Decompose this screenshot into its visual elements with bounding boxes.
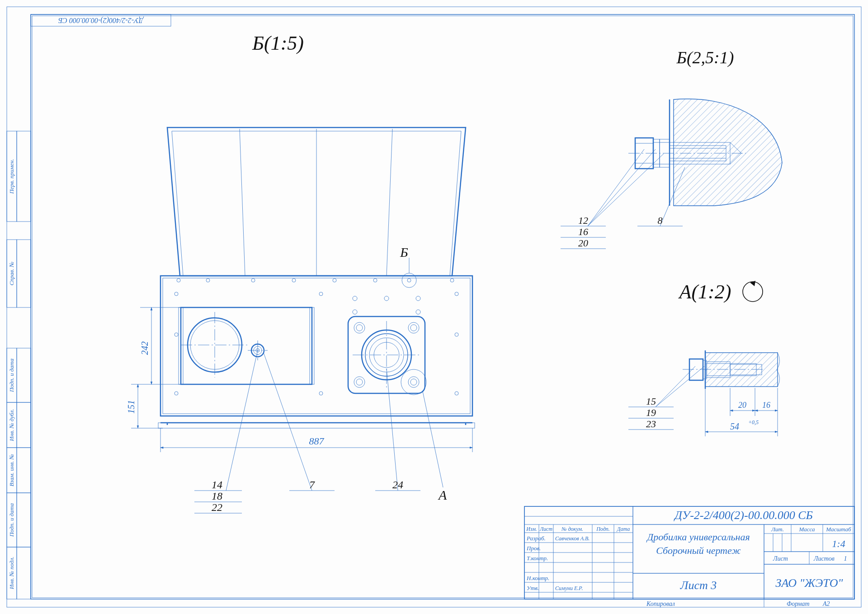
callout-letter-b: Б [400, 245, 408, 260]
svg-point-36 [292, 279, 296, 282]
svg-line-130 [656, 366, 695, 407]
svg-rect-49 [181, 307, 312, 384]
svg-text:Симуни Е.Р.: Симуни Е.Р. [555, 585, 583, 591]
svg-point-73 [356, 379, 363, 385]
svg-line-30 [240, 129, 245, 276]
svg-point-80 [416, 310, 420, 314]
svg-point-39 [407, 279, 411, 282]
drawing-code-rotated: ДУ-2-2/400(2)-00.00.000 СБ [58, 16, 144, 24]
svg-text:Лит.: Лит. [771, 526, 784, 533]
tb-sheet: Лист 3 [680, 579, 717, 592]
svg-point-35 [251, 279, 255, 282]
dim-54: 54 [730, 421, 739, 431]
main-view-title: Б(1:5) [252, 32, 304, 54]
tb-code: ДУ-2-2/400(2)-00.00.000 СБ [673, 509, 813, 522]
tb-company: ЗАО "ЖЭТО" [776, 576, 843, 590]
svg-rect-24 [160, 276, 472, 416]
detail-b-title: Б(2,5:1) [676, 48, 734, 67]
svg-text:Пров.: Пров. [526, 545, 541, 552]
callout-15: 15 [646, 396, 656, 407]
callout-19: 19 [646, 407, 656, 418]
tb-format: А2 [822, 600, 830, 607]
svg-text:Справ. №: Справ. № [8, 262, 15, 286]
svg-point-38 [373, 279, 377, 282]
title-block: ДУ-2-2/400(2)-00.00.000 СБ Изм. Лист № д… [524, 506, 854, 607]
svg-point-79 [353, 310, 357, 314]
dim-151: 151 [126, 400, 136, 414]
svg-point-74 [408, 377, 419, 387]
svg-point-83 [401, 369, 426, 395]
svg-point-37 [333, 279, 336, 282]
svg-point-45 [455, 333, 458, 336]
callout-14: 14 [212, 479, 222, 491]
rotation-icon [743, 281, 763, 302]
detail-a-title: A(1:2) [678, 281, 731, 303]
svg-point-76 [353, 296, 357, 301]
callout-letter-a: А [438, 487, 447, 502]
tb-name2: Сборочный чертеж [656, 545, 741, 556]
svg-point-72 [354, 377, 365, 387]
svg-text:Подп. и дата: Подп. и дата [8, 358, 15, 392]
svg-point-71 [410, 325, 417, 331]
callout-12: 12 [578, 215, 588, 226]
detail-b-view: 12 16 20 8 [561, 99, 782, 249]
svg-point-68 [354, 322, 365, 333]
callout-24: 24 [392, 479, 403, 491]
svg-line-93 [226, 350, 258, 491]
svg-line-113 [588, 149, 656, 226]
svg-text:Подп.: Подп. [596, 526, 610, 532]
svg-text:Изм.: Изм. [526, 526, 537, 532]
callout-16: 16 [578, 226, 588, 237]
svg-point-69 [356, 325, 363, 331]
svg-rect-10 [17, 348, 31, 402]
svg-rect-4 [17, 131, 31, 222]
dim-20: 20 [738, 401, 746, 410]
tb-scale: 1:4 [832, 538, 845, 549]
svg-text:1: 1 [844, 555, 847, 562]
svg-text:Взам. инв. №: Взам. инв. № [8, 454, 15, 486]
svg-point-43 [175, 392, 178, 395]
svg-point-48 [319, 392, 323, 395]
callout-8: 8 [658, 215, 663, 226]
svg-text:Дата: Дата [617, 526, 630, 532]
svg-point-40 [450, 279, 454, 282]
svg-text:Масса: Масса [799, 526, 815, 533]
tb-name1: Дробилка универсальная [646, 531, 750, 543]
svg-line-97 [264, 353, 312, 491]
svg-rect-16 [17, 448, 31, 493]
svg-text:Т.контр.: Т.контр. [527, 555, 548, 562]
svg-line-32 [387, 129, 392, 276]
svg-point-33 [177, 279, 180, 282]
detail-a-title-group: A(1:2) [678, 281, 763, 303]
svg-line-84 [423, 392, 443, 487]
svg-point-75 [410, 379, 417, 385]
svg-point-46 [455, 392, 458, 395]
svg-rect-13 [17, 402, 31, 448]
svg-rect-25 [163, 278, 470, 414]
svg-point-42 [175, 333, 178, 336]
svg-line-114 [588, 154, 664, 226]
dim-16: 16 [762, 401, 770, 410]
svg-text:Подп. и дата: Подп. и дата [8, 503, 15, 537]
svg-text:Лист: Лист [539, 526, 552, 532]
svg-line-131 [656, 366, 704, 407]
svg-point-62 [362, 330, 411, 380]
dim-242: 242 [140, 341, 150, 355]
svg-point-34 [206, 279, 210, 282]
callout-23: 23 [646, 418, 656, 430]
svg-text:№ докум.: № докум. [561, 526, 583, 532]
svg-point-44 [455, 292, 458, 296]
callout-20: 20 [578, 237, 588, 249]
svg-text:Листов: Листов [813, 555, 835, 562]
dim-width-887: 887 [309, 435, 325, 447]
side-boxes: Перв. примен. Справ. № Подп. и дата Инв.… [7, 131, 31, 599]
svg-text:Разраб.: Разраб. [526, 535, 546, 542]
svg-rect-122 [705, 353, 778, 387]
svg-line-99 [387, 368, 398, 491]
svg-text:Инв. № дубл.: Инв. № дубл. [8, 409, 15, 442]
svg-point-41 [175, 292, 178, 296]
svg-point-70 [408, 322, 419, 333]
callout-22: 22 [212, 501, 222, 513]
detail-a-view: 15 19 23 20 16 54 +0,5 [628, 350, 780, 436]
svg-text:Лист: Лист [773, 555, 788, 562]
